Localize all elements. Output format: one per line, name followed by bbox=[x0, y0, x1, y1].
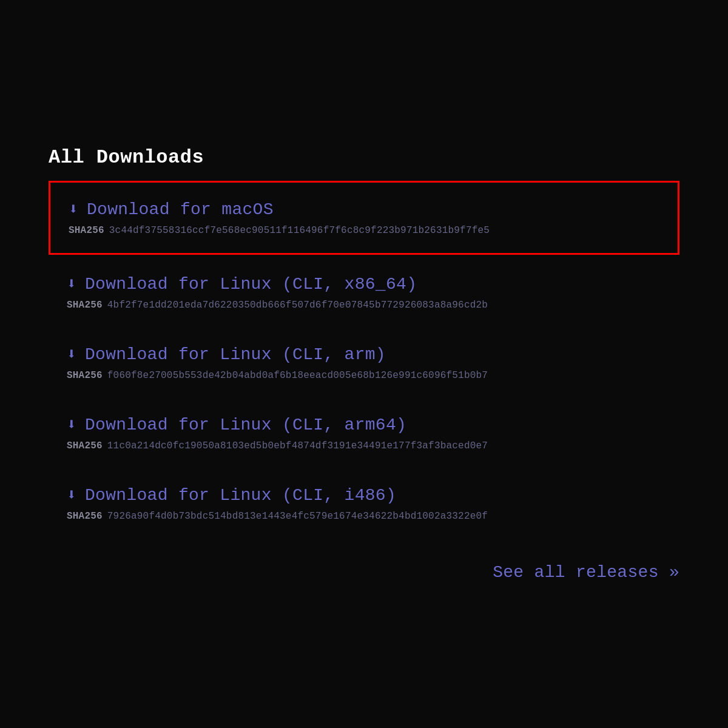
sha-row-macos: SHA256 3c44df37558316ccf7e568ec90511f116… bbox=[69, 225, 659, 236]
download-icon-linux-arm: ⬇︎ bbox=[67, 345, 76, 364]
sha-label-macos: SHA256 bbox=[69, 225, 104, 236]
sha-row-linux-arm64: SHA256 11c0a214dc0fc19050a8103ed5b0ebf48… bbox=[67, 440, 661, 451]
sha-value-linux-arm: f060f8e27005b553de42b04abd0af6b18eeacd00… bbox=[107, 370, 488, 381]
download-icon-linux-x86: ⬇︎ bbox=[67, 274, 76, 294]
download-item-linux-arm[interactable]: ⬇︎ Download for Linux (CLI, arm) SHA256 … bbox=[49, 328, 679, 398]
sha-label-linux-arm: SHA256 bbox=[67, 370, 103, 381]
download-icon-macos: ⬇︎ bbox=[69, 200, 78, 219]
download-icon-linux-arm64: ⬇︎ bbox=[67, 415, 76, 434]
sha-label-linux-i486: SHA256 bbox=[67, 511, 103, 522]
download-label-linux-arm: Download for Linux (CLI, arm) bbox=[85, 345, 386, 364]
download-link-linux-x86[interactable]: ⬇︎ Download for Linux (CLI, x86_64) bbox=[67, 274, 661, 294]
downloads-list: ⬇︎ Download for macOS SHA256 3c44df37558… bbox=[49, 181, 679, 539]
download-link-linux-arm[interactable]: ⬇︎ Download for Linux (CLI, arm) bbox=[67, 345, 661, 364]
page-title: All Downloads bbox=[49, 146, 204, 169]
sha-value-linux-arm64: 11c0a214dc0fc19050a8103ed5b0ebf4874df319… bbox=[107, 440, 488, 451]
download-link-linux-i486[interactable]: ⬇︎ Download for Linux (CLI, i486) bbox=[67, 485, 661, 505]
download-item-linux-x86[interactable]: ⬇︎ Download for Linux (CLI, x86_64) SHA2… bbox=[49, 257, 679, 328]
see-all-releases-link[interactable]: See all releases » bbox=[49, 563, 679, 582]
sha-row-linux-arm: SHA256 f060f8e27005b553de42b04abd0af6b18… bbox=[67, 370, 661, 381]
sha-row-linux-i486: SHA256 7926a90f4d0b73bdc514bd813e1443e4f… bbox=[67, 511, 661, 522]
download-link-linux-arm64[interactable]: ⬇︎ Download for Linux (CLI, arm64) bbox=[67, 415, 661, 434]
sha-value-linux-x86: 4bf2f7e1dd201eda7d6220350db666f507d6f70e… bbox=[107, 300, 488, 311]
download-label-linux-x86: Download for Linux (CLI, x86_64) bbox=[85, 275, 417, 294]
sha-row-linux-x86: SHA256 4bf2f7e1dd201eda7d6220350db666f50… bbox=[67, 300, 661, 311]
download-label-macos: Download for macOS bbox=[87, 200, 274, 219]
download-item-linux-i486[interactable]: ⬇︎ Download for Linux (CLI, i486) SHA256… bbox=[49, 468, 679, 539]
download-label-linux-arm64: Download for Linux (CLI, arm64) bbox=[85, 416, 406, 434]
download-item-macos[interactable]: ⬇︎ Download for macOS SHA256 3c44df37558… bbox=[49, 181, 679, 255]
sha-value-linux-i486: 7926a90f4d0b73bdc514bd813e1443e4fc579e16… bbox=[107, 511, 488, 522]
sha-label-linux-x86: SHA256 bbox=[67, 300, 103, 311]
download-link-macos[interactable]: ⬇︎ Download for macOS bbox=[69, 200, 659, 219]
sha-value-macos: 3c44df37558316ccf7e568ec90511f116496f7f6… bbox=[109, 225, 490, 236]
download-label-linux-i486: Download for Linux (CLI, i486) bbox=[85, 486, 396, 505]
download-icon-linux-i486: ⬇︎ bbox=[67, 485, 76, 505]
sha-label-linux-arm64: SHA256 bbox=[67, 440, 103, 451]
download-item-linux-arm64[interactable]: ⬇︎ Download for Linux (CLI, arm64) SHA25… bbox=[49, 398, 679, 468]
